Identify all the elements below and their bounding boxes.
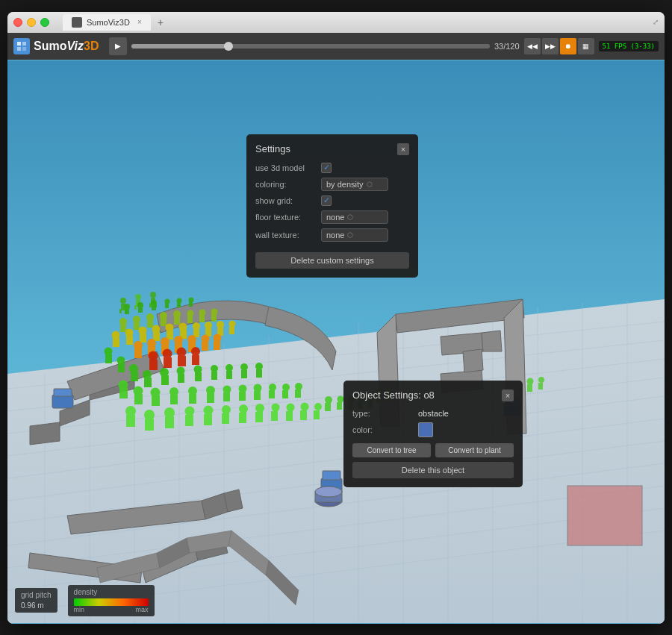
browser-window: SumoViz3D × + ⤢ SumoViz3D ▶ — [7, 12, 665, 624]
use-3d-model-row: use 3d model ✓ — [255, 163, 409, 173]
svg-point-183 — [255, 404, 264, 413]
convert-to-plant-button[interactable]: Convert to plant — [435, 443, 514, 457]
coloring-label: coloring: — [255, 180, 315, 189]
svg-rect-32 — [54, 389, 72, 396]
svg-rect-72 — [161, 318, 167, 326]
wall-texture-row: wall texture: none ⬡ — [255, 228, 409, 242]
wall-texture-arrow: ⬡ — [347, 231, 353, 239]
grid-pitch-value: 0.96 m — [21, 601, 52, 610]
svg-rect-134 — [178, 374, 184, 383]
svg-rect-58 — [152, 304, 156, 310]
svg-rect-168 — [295, 390, 301, 398]
svg-point-119 — [177, 347, 187, 357]
svg-point-89 — [166, 323, 174, 331]
active-tab[interactable]: SumoViz3D × — [63, 14, 151, 31]
svg-point-83 — [125, 328, 134, 337]
timeline-thumb[interactable] — [224, 42, 233, 51]
settings-close-button[interactable]: × — [397, 143, 409, 155]
svg-rect-0 — [17, 42, 21, 46]
timeline-track[interactable] — [131, 44, 489, 49]
floor-texture-value: none — [326, 213, 344, 222]
svg-rect-136 — [195, 372, 202, 381]
use-3d-model-checkbox[interactable]: ✓ — [321, 163, 332, 173]
svg-point-125 — [117, 356, 125, 364]
record-button[interactable]: ⏺ — [560, 38, 576, 54]
svg-rect-36 — [323, 471, 340, 480]
coloring-select[interactable]: by density ⬡ — [321, 178, 388, 191]
object-settings-panel: Object Settings: o8 × type: obstacle col… — [343, 381, 523, 487]
svg-point-87 — [152, 325, 161, 333]
svg-point-175 — [185, 406, 195, 416]
svg-rect-186 — [271, 411, 278, 421]
viewport[interactable]: Settings × use 3d model ✓ coloring: by d… — [7, 60, 665, 624]
coloring-value: by density — [326, 180, 364, 189]
convert-to-tree-button[interactable]: Convert to tree — [352, 443, 431, 457]
tab-close-btn[interactable]: × — [137, 18, 142, 26]
legend-bar: grid pitch 0.96 m density min max — [15, 585, 155, 616]
object-color-swatch[interactable] — [418, 422, 433, 437]
svg-rect-208 — [527, 384, 532, 392]
svg-point-171 — [144, 410, 155, 420]
floor-texture-label: floor texture: — [255, 213, 315, 222]
svg-point-99 — [229, 320, 236, 327]
object-convert-buttons: Convert to tree Convert to plant — [352, 443, 514, 457]
svg-rect-144 — [256, 369, 262, 378]
svg-rect-68 — [134, 322, 140, 330]
object-type-row: type: obstacle — [352, 409, 514, 418]
camera-button[interactable]: ▦ — [578, 38, 594, 54]
minimize-button[interactable] — [27, 18, 36, 27]
new-tab-button[interactable]: + — [154, 16, 167, 29]
settings-title: Settings — [255, 143, 290, 154]
svg-rect-124 — [105, 354, 112, 363]
svg-rect-132 — [161, 375, 169, 385]
svg-point-111 — [202, 334, 210, 342]
svg-rect-170 — [126, 415, 135, 427]
svg-point-165 — [282, 384, 290, 391]
svg-point-141 — [240, 363, 248, 371]
svg-point-93 — [193, 322, 200, 330]
svg-rect-70 — [147, 319, 153, 328]
svg-point-135 — [194, 365, 202, 373]
object-color-label: color: — [352, 425, 412, 434]
svg-rect-43 — [119, 309, 122, 313]
maximize-button[interactable] — [40, 18, 49, 27]
svg-point-137 — [211, 365, 218, 372]
svg-rect-128 — [131, 372, 138, 381]
object-type-label: type: — [352, 409, 412, 418]
svg-rect-174 — [165, 416, 174, 428]
svg-rect-184 — [255, 412, 263, 422]
svg-rect-158 — [223, 392, 230, 401]
svg-rect-54 — [125, 308, 129, 314]
wall-texture-select[interactable]: none ⬡ — [321, 228, 388, 242]
show-grid-checkbox[interactable]: ✓ — [321, 195, 332, 206]
svg-point-157 — [223, 385, 231, 393]
svg-rect-180 — [222, 413, 229, 424]
svg-rect-162 — [254, 391, 261, 400]
density-legend-label: density — [74, 588, 149, 596]
svg-rect-138 — [211, 372, 217, 380]
floor-texture-select[interactable]: none ⬡ — [321, 210, 388, 224]
delete-object-button[interactable]: Delete this object — [352, 462, 514, 478]
close-button[interactable] — [13, 18, 22, 27]
svg-point-95 — [205, 322, 212, 329]
svg-rect-164 — [269, 390, 275, 398]
svg-rect-80 — [211, 314, 217, 322]
svg-rect-47 — [134, 305, 137, 310]
wall-texture-label: wall texture: — [255, 231, 315, 240]
svg-point-191 — [314, 403, 322, 410]
delete-custom-settings-button[interactable]: Delete custom settings — [255, 252, 409, 269]
svg-rect-190 — [300, 410, 307, 420]
svg-rect-86 — [140, 334, 146, 342]
play-button[interactable]: ▶ — [109, 37, 127, 55]
nav-forward-fast[interactable]: ▶▶ — [542, 38, 559, 54]
nav-back-fast[interactable]: ◀◀ — [524, 38, 541, 54]
svg-point-49 — [150, 292, 156, 298]
floor-texture-row: floor texture: none ⬡ — [255, 210, 409, 224]
svg-point-209 — [538, 377, 544, 383]
object-settings-close-button[interactable]: × — [502, 390, 514, 401]
svg-point-159 — [239, 384, 247, 392]
grid-pitch-legend: grid pitch 0.96 m — [15, 588, 57, 613]
svg-point-117 — [163, 348, 172, 358]
svg-point-121 — [191, 347, 200, 356]
object-settings-title: Object Settings: o8 — [352, 390, 435, 401]
